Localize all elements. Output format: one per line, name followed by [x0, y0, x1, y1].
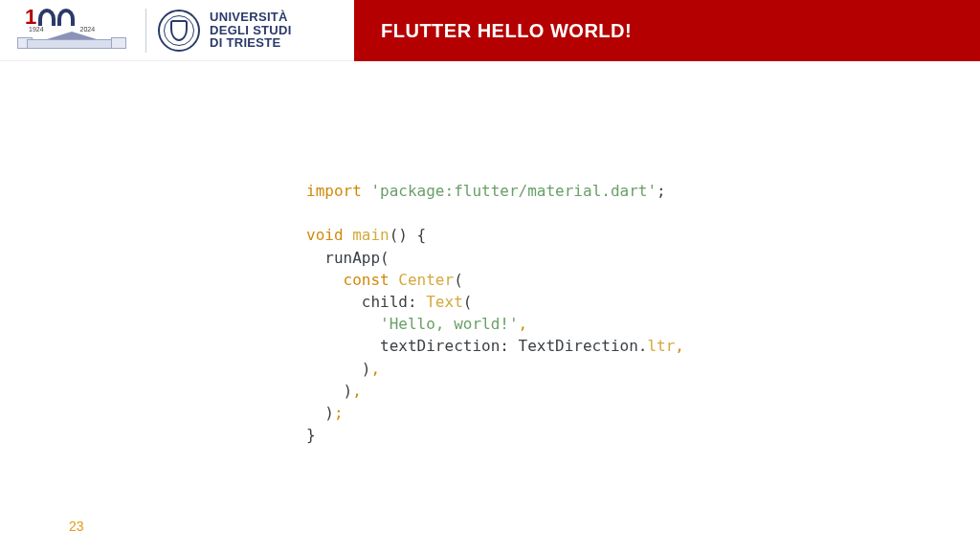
code-token: ltr: [647, 337, 675, 355]
slide-title: FLUTTER HELLO WORLD!: [381, 20, 632, 42]
code-token: Center: [398, 271, 454, 289]
page-number: 23: [69, 518, 84, 534]
centennial-logo: 1 1924 2024: [10, 7, 134, 55]
code-token: ,: [370, 360, 380, 378]
code-block: import 'package:flutter/material.dart'; …: [306, 180, 684, 446]
vertical-separator: [145, 9, 146, 53]
code-token: ): [306, 382, 352, 400]
code-token: child:: [306, 293, 426, 311]
code-token: ): [306, 404, 334, 422]
code-token: ;: [657, 182, 666, 200]
code-token: [306, 315, 380, 333]
header-right: FLUTTER HELLO WORLD!: [354, 0, 980, 61]
university-lockup: UNIVERSITÀ DEGLI STUDI DI TRIESTE: [158, 10, 292, 52]
code-token: ,: [675, 337, 684, 355]
code-token: ,: [519, 315, 528, 333]
header-left: 1 1924 2024 UNIVERSITÀ DEGLI STUDI: [0, 0, 354, 61]
code-token: }: [306, 426, 316, 444]
code-token: 'package:flutter/material.dart': [370, 182, 657, 200]
code-token: () {: [390, 226, 427, 244]
code-token: 'Hello, world!': [380, 315, 519, 333]
header: 1 1924 2024 UNIVERSITÀ DEGLI STUDI: [0, 0, 980, 61]
university-line1: UNIVERSITÀ: [210, 11, 292, 24]
slide: 1 1924 2024 UNIVERSITÀ DEGLI STUDI: [0, 0, 980, 551]
code-token: const: [344, 271, 399, 289]
university-crest-icon: [158, 10, 200, 52]
university-line3: DI TRIESTE: [210, 36, 292, 50]
code-token: runApp(: [306, 249, 390, 267]
code-token: textDirection: TextDirection.: [306, 337, 647, 355]
code-token: ): [306, 360, 370, 378]
code-token: Text: [426, 293, 463, 311]
code-token: [306, 271, 344, 289]
university-line2: DEGLI STUDI: [210, 24, 292, 37]
code-token: (: [463, 293, 473, 311]
code-token: ;: [334, 404, 344, 422]
code-token: ,: [352, 382, 362, 400]
code-token: void: [306, 226, 352, 244]
code-token: import: [306, 182, 370, 200]
building-icon: [17, 32, 126, 49]
code-token: (: [454, 271, 463, 289]
code-token: main: [352, 226, 390, 244]
university-wordmark: UNIVERSITÀ DEGLI STUDI DI TRIESTE: [210, 11, 292, 50]
